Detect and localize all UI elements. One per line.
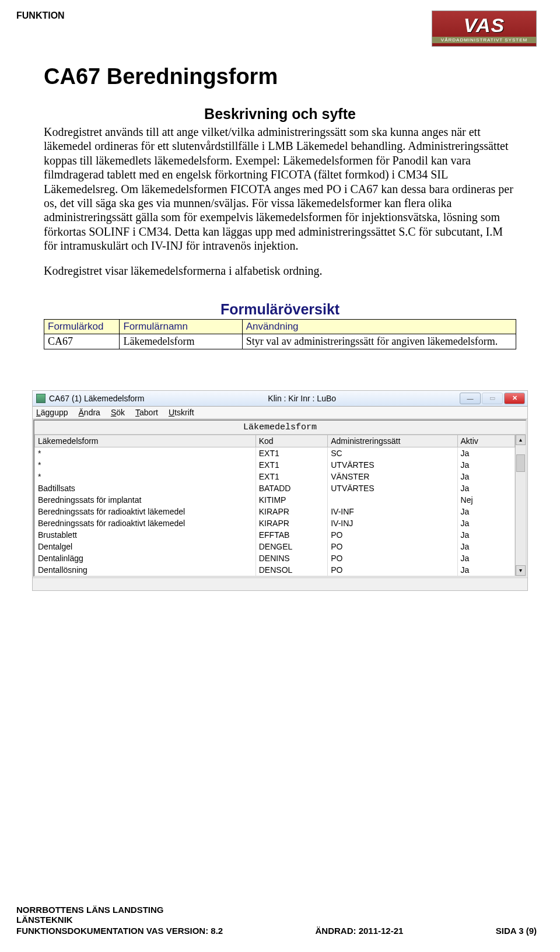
cell: Ja	[457, 447, 515, 459]
cell: Ja	[457, 529, 515, 541]
cell: Nej	[457, 494, 515, 506]
overview-th-1: Formulärkod	[44, 319, 120, 334]
table-row[interactable]: Beredningssats för radioaktivt läkemedel…	[35, 506, 515, 517]
vas-logo-subtext: VÅRDADMINISTRATIVT SYSTEM	[432, 37, 536, 43]
minimize-button[interactable]: —	[460, 393, 481, 404]
cell: Beredningssats för radioaktivt läkemedel	[35, 506, 256, 517]
table-row[interactable]: Beredningssats för implantatKITIMPNej	[35, 494, 515, 506]
cell	[328, 494, 457, 506]
menu-utskrift[interactable]: Utskrift	[169, 408, 194, 417]
overview-th-3: Användning	[242, 319, 516, 334]
cell: IV-INJ	[328, 517, 457, 529]
vas-logo: VAS VÅRDADMINISTRATIVT SYSTEM	[432, 10, 537, 47]
overview-td-code: CA67	[44, 334, 120, 349]
menu-andra[interactable]: Ändra	[79, 408, 100, 417]
table-row[interactable]: *EXT1SCJa	[35, 447, 515, 459]
page-title: CA67 Beredningsform	[44, 64, 516, 89]
overview-td-name: Läkemedelsform	[120, 334, 242, 349]
overview-heading: Formuläröversikt	[44, 301, 516, 318]
cell: VÄNSTER	[328, 471, 457, 482]
table-row[interactable]: DentalgelDENGELPOJa	[35, 541, 515, 552]
cell: *	[35, 471, 256, 482]
table-row[interactable]: DentalinläggDENINSPOJa	[35, 552, 515, 564]
scroll-thumb[interactable]	[516, 454, 525, 472]
cell: UTVÄRTES	[328, 482, 457, 494]
data-grid[interactable]: Läkemedelsform Kod Administreringssätt A…	[34, 435, 515, 576]
overview-table: Formulärkod Formulärnamn Användning CA67…	[44, 319, 516, 349]
table-row[interactable]: BadtillsatsBATADDUTVÄRTESJa	[35, 482, 515, 494]
cell: Ja	[457, 517, 515, 529]
cell: KIRAPR	[256, 506, 328, 517]
vas-logo-text: VAS	[464, 14, 505, 37]
cell: PO	[328, 529, 457, 541]
menu-laggupp[interactable]: Läggupp	[36, 408, 68, 417]
col-kod[interactable]: Kod	[256, 435, 328, 447]
cell: Dentalgel	[35, 541, 256, 552]
cell: IV-INF	[328, 506, 457, 517]
overview-th-2: Formulärnamn	[120, 319, 242, 334]
cell: Badtillsats	[35, 482, 256, 494]
paragraph-1: Kodregistret används till att ange vilke…	[44, 125, 516, 253]
col-aktiv[interactable]: Aktiv	[457, 435, 515, 447]
close-button[interactable]: ✕	[504, 393, 525, 404]
table-row[interactable]: BrustablettEFFTABPOJa	[35, 529, 515, 541]
table-row[interactable]: DentallösningDENSOLPOJa	[35, 564, 515, 576]
table-row[interactable]: Beredningssats för radioaktivt läkemedel…	[35, 517, 515, 529]
cell: Brustablett	[35, 529, 256, 541]
footer-page: SIDA 3 (9)	[496, 926, 537, 936]
window-title: CA67 (1) Läkemedelsform	[49, 394, 144, 403]
cell: EXT1	[256, 459, 328, 471]
cell: *	[35, 447, 256, 459]
cell: Ja	[457, 552, 515, 564]
cell: PO	[328, 552, 457, 564]
menubar: Läggupp Ändra Sök Tabort Utskrift	[33, 407, 527, 419]
cell: Dentallösning	[35, 564, 256, 576]
cell: EFFTAB	[256, 529, 328, 541]
table-row[interactable]: *EXT1UTVÄRTESJa	[35, 459, 515, 471]
col-lakemedelsform[interactable]: Läkemedelsform	[35, 435, 256, 447]
cell: PO	[328, 564, 457, 576]
scroll-up-icon[interactable]: ▴	[516, 435, 526, 445]
cell: SC	[328, 447, 457, 459]
app-icon	[36, 394, 46, 403]
table-row[interactable]: *EXT1VÄNSTERJa	[35, 471, 515, 482]
app-window: CA67 (1) Läkemedelsform Klin : Kir Inr :…	[32, 390, 528, 591]
vertical-scrollbar[interactable]: ▴ ▾	[515, 435, 526, 576]
cell: Ja	[457, 482, 515, 494]
col-admin[interactable]: Administreringssätt	[328, 435, 457, 447]
scroll-down-icon[interactable]: ▾	[516, 565, 526, 576]
titlebar[interactable]: CA67 (1) Läkemedelsform Klin : Kir Inr :…	[33, 391, 527, 407]
cell: *	[35, 459, 256, 471]
cell: Ja	[457, 564, 515, 576]
page-footer: NORRBOTTENS LÄNS LANDSTING LÄNSTEKNIK FU…	[16, 905, 537, 936]
cell: DENINS	[256, 552, 328, 564]
footer-changed: ÄNDRAD: 2011-12-21	[316, 926, 404, 936]
cell: DENSOL	[256, 564, 328, 576]
cell: KIRAPR	[256, 517, 328, 529]
paragraph-2: Kodregistret visar läkemedelsformerna i …	[44, 264, 516, 278]
cell: EXT1	[256, 471, 328, 482]
cell: Beredningssats för implantat	[35, 494, 256, 506]
cell: UTVÄRTES	[328, 459, 457, 471]
panel-title: Läkemedelsform	[34, 421, 526, 435]
cell: Ja	[457, 506, 515, 517]
window-info: Klin : Kir Inr : LuBo	[268, 394, 336, 403]
footer-doc: FUNKTIONSDOKUMENTATION VAS VERSION: 8.2	[16, 926, 223, 936]
cell: BATADD	[256, 482, 328, 494]
footer-line2: LÄNSTEKNIK	[16, 915, 537, 925]
cell: DENGEL	[256, 541, 328, 552]
cell: EXT1	[256, 447, 328, 459]
menu-tabort[interactable]: Tabort	[135, 408, 158, 417]
cell: Ja	[457, 459, 515, 471]
cell: KITIMP	[256, 494, 328, 506]
footer-line1: NORRBOTTENS LÄNS LANDSTING	[16, 905, 537, 915]
cell: Beredningssats för radioaktivt läkemedel	[35, 517, 256, 529]
status-bar	[33, 578, 527, 590]
overview-td-usage: Styr val av administreringssätt för angi…	[242, 334, 516, 349]
cell: PO	[328, 541, 457, 552]
maximize-button[interactable]: ▭	[482, 393, 503, 404]
cell: Dentalinlägg	[35, 552, 256, 564]
subtitle: Beskrivning och syfte	[44, 106, 516, 123]
cell: Ja	[457, 471, 515, 482]
menu-sok[interactable]: Sök	[111, 408, 125, 417]
